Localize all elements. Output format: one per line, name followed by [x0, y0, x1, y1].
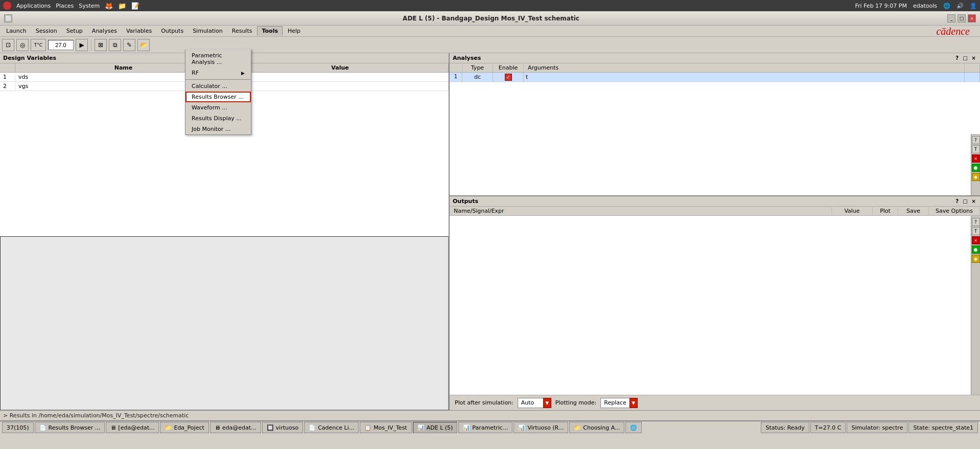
folder-icon[interactable]: 📁 [118, 2, 126, 10]
ade-l-task[interactable]: 📊 ADE L (5) [413, 422, 458, 433]
outputs-col-value: Value [832, 207, 873, 215]
window-icon[interactable]: ⬜ [4, 14, 12, 23]
eda-project-label: Eda_Poject [174, 424, 204, 431]
dropdown-results-browser[interactable]: Results Browser ... [185, 92, 251, 102]
analyses-help-btn[interactable]: ? [954, 55, 960, 61]
maximize-button[interactable]: □ [958, 14, 966, 23]
var-row-2-num: 2 [0, 82, 15, 91]
eda-task-2-label: eda@edat... [222, 424, 256, 431]
places-menu[interactable]: Places [56, 3, 74, 9]
sidebar-close-icon-red[interactable]: × [972, 154, 980, 163]
taskbar-count[interactable]: 37(105) [2, 422, 34, 433]
menu-outputs[interactable]: Outputs [157, 27, 188, 35]
sidebar-outputs-t-icon[interactable]: T [972, 227, 980, 235]
eda-project-task[interactable]: 📁 Eda_Poject [160, 422, 208, 433]
folder-open-button[interactable]: 📂 [137, 39, 150, 51]
outputs-col-saveopts: Save Options [929, 207, 980, 215]
outputs-help-btn[interactable]: ? [954, 198, 960, 204]
analyses-section-header: Analyses ? □ × [450, 53, 980, 63]
virtuoso-r-icon: 📊 [518, 424, 525, 431]
stop-button[interactable]: ⊠ [95, 39, 107, 51]
virtuoso-task[interactable]: 🔲 virtuoso [262, 422, 304, 433]
minimize-button[interactable]: _ [947, 14, 955, 23]
sidebar-outputs-warn-icon[interactable]: ◆ [972, 255, 980, 263]
var-row-2-value[interactable] [232, 82, 449, 91]
new-button[interactable]: ⊡ [2, 39, 14, 51]
dropdown-parametric[interactable]: Parametric Analysis ... [185, 50, 251, 68]
eda-task-2[interactable]: 🖥 eda@edat... [210, 422, 261, 433]
plotting-mode-arrow[interactable]: ▼ [629, 398, 638, 408]
var-row-1-value[interactable] [232, 73, 449, 81]
analyses-row-1[interactable]: 1 dc ✓ t [450, 73, 980, 82]
cadence-li-label: Cadence Li... [318, 424, 354, 431]
edit-button[interactable]: ✎ [123, 39, 135, 51]
user-icon[interactable]: 👤 [970, 3, 977, 9]
sidebar-trans-icon[interactable]: T [972, 145, 980, 153]
sidebar-outputs-help-icon[interactable]: ? [972, 218, 980, 226]
copy-button[interactable]: ⧉ [109, 39, 121, 51]
dropdown-rf[interactable]: RF ▶ [185, 68, 251, 78]
sidebar-outputs-close-icon[interactable]: × [972, 236, 980, 244]
virtuoso-r-task[interactable]: 📊 Virtuoso (R... [514, 422, 568, 433]
outputs-col-name: Name/Signal/Expr [450, 207, 832, 215]
mos-iv-task[interactable]: 📋 Mos_IV_Test [360, 422, 411, 433]
run-button[interactable]: ▶ [76, 39, 88, 51]
cadence-li-task[interactable]: 📄 Cadence Li... [304, 422, 359, 433]
analyses-row-1-args: t [524, 73, 965, 82]
firefox-icon[interactable]: 🦊 [105, 2, 113, 10]
eda-task-1[interactable]: 🖥 [eda@edat... [106, 422, 159, 433]
toolbar: ⊡ ◎ T°C ▶ ⊠ ⧉ ✎ 📂 [0, 37, 980, 53]
dropdown-separator-1 [185, 79, 251, 80]
analyses-enable-checkbox[interactable]: ✓ [505, 74, 512, 81]
choosing-a-icon: 📁 [574, 424, 581, 431]
tools-dropdown: Parametric Analysis ... RF ▶ Calculator … [185, 49, 251, 135]
sidebar-run-icon[interactable]: ● [972, 164, 980, 172]
outputs-close-btn[interactable]: × [971, 198, 977, 204]
analyses-min-btn[interactable]: □ [962, 55, 968, 61]
sidebar-help-icon[interactable]: ? [972, 136, 980, 144]
parametric-task[interactable]: 📊 Parametric... [458, 422, 512, 433]
dropdown-results-display[interactable]: Results Display ... [185, 113, 251, 124]
analyses-row-1-enable[interactable]: ✓ [493, 73, 524, 82]
sidebar-outputs-run-icon[interactable]: ● [972, 245, 980, 254]
sidebar-warn-icon[interactable]: ◆ [972, 173, 980, 181]
outputs-min-btn[interactable]: □ [962, 198, 968, 204]
menu-variables[interactable]: Variables [122, 27, 156, 35]
plot-after-select-arrow[interactable]: ▼ [543, 398, 551, 408]
analyses-close-btn[interactable]: × [971, 55, 977, 61]
menu-simulation[interactable]: Simulation [189, 27, 227, 35]
outputs-col-save: Save [898, 207, 929, 215]
dropdown-calculator[interactable]: Calculator ... [185, 81, 251, 92]
dropdown-waveform[interactable]: Waveform ... [185, 102, 251, 113]
text-editor-icon[interactable]: 📝 [131, 2, 139, 10]
menu-results[interactable]: Results [228, 27, 256, 35]
system-menu[interactable]: System [79, 3, 100, 9]
plotting-mode-value[interactable]: Replace [600, 398, 629, 408]
browser-icon: 🌐 [630, 424, 637, 431]
volume-icon[interactable]: 🔊 [956, 3, 964, 9]
applications-menu[interactable]: Applications [16, 3, 51, 9]
eda-task-2-icon: 🖥 [215, 424, 220, 431]
dropdown-job-monitor[interactable]: Job Monitor ... [185, 124, 251, 134]
menu-analyses[interactable]: Analyses [88, 27, 121, 35]
analyses-row-1-type: dc [462, 73, 493, 82]
menu-setup[interactable]: Setup [62, 27, 87, 35]
browser-icon-task[interactable]: 🌐 [625, 422, 642, 433]
temperature-input[interactable] [48, 40, 74, 50]
status-ready: Status: Ready [761, 422, 809, 433]
analyses-section: Analyses ? □ × Type Enable Arguments 1 d… [450, 53, 980, 196]
results-browser-icon: 📄 [39, 424, 46, 431]
menu-tools[interactable]: Tools [257, 26, 282, 36]
network-icon[interactable]: 🌐 [943, 3, 950, 9]
menu-session[interactable]: Session [32, 27, 61, 35]
open-button[interactable]: ◎ [16, 39, 29, 51]
menu-launch[interactable]: Launch [2, 27, 31, 35]
analyses-header-controls: ? □ × [954, 55, 977, 61]
results-browser-task[interactable]: 📄 Results Browser ... [35, 422, 105, 433]
plot-after-select-value[interactable]: Auto [518, 398, 543, 408]
choosing-a-task[interactable]: 📁 Choosing A... [569, 422, 624, 433]
menu-help[interactable]: Help [284, 27, 305, 35]
parametric-label: Parametric... [472, 424, 508, 431]
close-button[interactable]: × [968, 14, 976, 23]
fedora-icon[interactable] [3, 2, 11, 10]
